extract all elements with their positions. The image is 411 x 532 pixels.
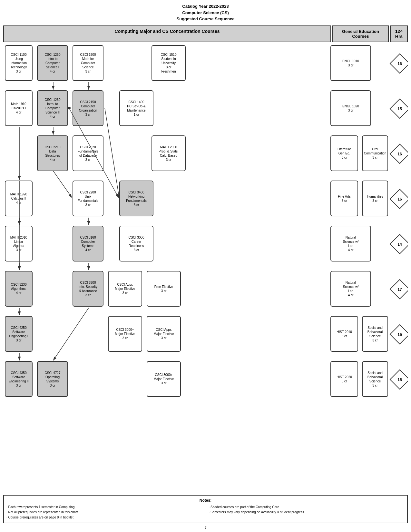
course-csci1900: CSCI 1900Math forComputerScience3 cr (73, 45, 103, 81)
diamond-14-row5: 14 (390, 234, 408, 254)
course-csci4350: CSCI 4350SoftwareEngineering II3 cr (5, 361, 33, 397)
diamond-16-row4: 16 (390, 189, 408, 209)
svg-text:15: 15 (397, 378, 402, 382)
header-line2: Computer Science (CS) (3, 10, 408, 16)
course-humanities: Humanities3 cr (362, 181, 388, 216)
course-csci4250: CSCI 4250SoftwareEngineering I3 cr (5, 316, 33, 352)
diamond-15-row8: 15 (390, 370, 408, 389)
course-natscilab1: NaturalScience w/Lab4 cr (330, 226, 371, 261)
course-math1920: MATH 1920Calculus II4 cr (5, 181, 33, 216)
svg-text:17: 17 (397, 287, 402, 292)
course-csci3500: CSCI 3500Info. Security& Assurance3 cr (73, 271, 103, 307)
notes-title: Notes: (6, 498, 405, 503)
svg-text:14: 14 (397, 242, 402, 247)
course-csci2200: CSCI 2200UnixFundamentals3 cr (73, 181, 103, 216)
hrs-box: 124 Hrs (390, 25, 408, 42)
course-hist2020: HIST 20203 cr (330, 361, 358, 397)
svg-line-15 (105, 108, 119, 198)
course-csci3230: CSCI 3230Algorithms4 cr (5, 271, 33, 307)
svg-text:15: 15 (397, 332, 402, 337)
course-csci3400: CSCI 3400NetworkingFundamentals3 cr (119, 181, 153, 216)
course-engl1020: ENGL 10203 cr (330, 90, 371, 126)
notes-right-1: · Shaded courses are part of the Computi… (209, 505, 405, 510)
course-math2010: MATH 2010LinearAlgebra3 cr (5, 226, 33, 261)
course-csciappr1: CSCI Appr.Major Elective3 cr (108, 271, 142, 307)
gen-ed-area: ENGL 10103 cr 16 ENGL 10203 cr 15 (330, 44, 408, 492)
svg-text:16: 16 (397, 197, 402, 202)
course-csci3000me2: CSCI 3000+Major Elective3 cr (147, 361, 181, 397)
course-csci1250: CSCI 1250Intro toComputerScience I4 cr (37, 45, 68, 81)
course-oralcomm: OralCommunication3 cr (362, 135, 388, 171)
course-csci1260: CSCI 1260Intro. toComputerScience II4 cr (37, 90, 68, 126)
diamond-16-row3: 16 (390, 144, 408, 163)
diamond-15-row7: 15 (390, 325, 408, 344)
svg-line-14 (53, 308, 89, 360)
gen-ed-svg: ENGL 10103 cr 16 ENGL 10203 cr 15 (330, 44, 408, 492)
notes-content: · Each row represents 1 semester in Comp… (6, 505, 405, 520)
course-csci3000me1: CSCI 3000+Major Elective3 cr (108, 316, 142, 352)
notes-left-3: · Course prerequisites are on page 8 in … (6, 515, 202, 520)
course-csci1400: CSCI 1400PC Set-Up &Maintenance1 cr (119, 90, 153, 126)
course-csci2210: CSCI 2210DataStructures4 cr (37, 135, 68, 171)
course-litgened: LiteratureGen Ed.3 cr (330, 135, 358, 171)
course-csci2020: CSCI 2020Fundamentalsof Database3 cr (73, 135, 103, 171)
course-freeelec: Free Elective3 cr (147, 271, 181, 307)
svg-line-11 (53, 171, 72, 198)
page-number: 7 (3, 526, 408, 530)
course-math1910: Math 1910Calculus I4 cr (5, 90, 33, 126)
gen-ed-header: General Education Courses (332, 25, 389, 42)
course-socbeh2: Social andBehavioralScience3 cr (362, 361, 388, 397)
page: Catalog Year 2022-2023 Computer Science … (0, 0, 411, 532)
notes-left-2: · Not all prerequisites are represented … (6, 510, 202, 515)
diamond-16-row1: 16 (390, 54, 408, 73)
course-csci1510: CSCI 1510Student inUniversity3 crFreshme… (152, 45, 186, 81)
course-math2050: MATH 2050Prob. & Stats.Calc. Based3 cr (152, 135, 186, 171)
header-line1: Catalog Year 2022-2023 (3, 3, 408, 10)
header-line3: Suggested Course Sequence (3, 16, 408, 22)
course-engl1010: ENGL 10103 cr (330, 45, 371, 81)
page-header: Catalog Year 2022-2023 Computer Science … (3, 3, 408, 22)
course-csci3000cr: CSCI 3000CareerReadiness3 cr (119, 226, 153, 261)
svg-text:15: 15 (397, 107, 402, 111)
computing-courses-area: CSCI 1100UsingInformationTechnology3 cr … (3, 44, 329, 492)
course-hist2010: HIST 20103 cr (330, 316, 358, 352)
notes-left-1: · Each row represents 1 semester in Comp… (6, 505, 202, 510)
diamond-17-row6: 17 (390, 280, 408, 299)
notes-section: Notes: · Each row represents 1 semester … (3, 495, 408, 523)
svg-text:16: 16 (397, 152, 402, 156)
diamond-15-row2: 15 (390, 99, 408, 118)
computing-svg: CSCI 1100UsingInformationTechnology3 cr … (3, 44, 216, 492)
notes-left: · Each row represents 1 semester in Comp… (6, 505, 202, 520)
svg-text:16: 16 (397, 62, 402, 66)
notes-right-2: · Semesters may vary depending on availa… (209, 510, 405, 515)
notes-right: · Shaded courses are part of the Computi… (209, 505, 405, 520)
course-csci3160: CSCI 3160ComputerSystems4 cr (73, 226, 103, 261)
course-csci2150: CSCI 2150ComputerOrganization3 cr (73, 90, 103, 126)
course-csciappr2: CSCI Appr.Major Elective3 cr (147, 316, 181, 352)
course-csci1100: CSCI 1100UsingInformationTechnology3 cr (5, 45, 33, 81)
course-natscilab2: NaturalScience w/Lab4 cr (330, 271, 371, 307)
course-socbeh1: Social andBehavioralScience3 cr (362, 316, 388, 352)
computing-section-title: Computing Major and CS Concentration Cou… (3, 25, 331, 42)
course-csci4727: CSCI 4727OperatingSystems3 cr (37, 361, 68, 397)
course-finearts: Fine Arts3 cr (330, 181, 358, 216)
